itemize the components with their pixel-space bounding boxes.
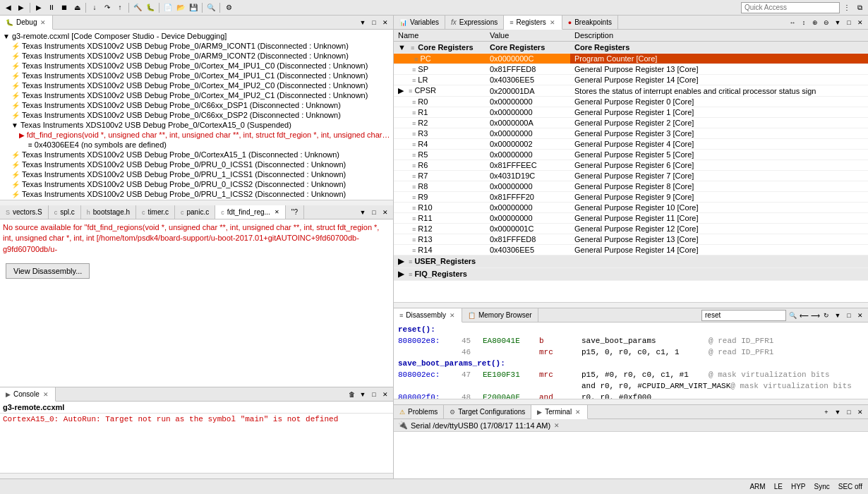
toolbar-stop-btn[interactable]: ⏹ bbox=[59, 1, 70, 14]
disasm-line-1[interactable]: 808002e8: 45 EA80041E b save_boot_params… bbox=[397, 335, 865, 347]
debug-item-root[interactable]: ▼ g3-remote.ccxml [Code Composer Studio … bbox=[0, 31, 393, 41]
debug-item-4[interactable]: ⚡ Texas Instruments XDS100v2 USB Debug P… bbox=[0, 71, 393, 80]
tab-registers[interactable]: ≡ Registers ✕ bbox=[504, 16, 562, 30]
debug-maximize-btn[interactable]: □ bbox=[369, 18, 379, 28]
debug-item-3[interactable]: ⚡ Texas Instruments XDS100v2 USB Debug P… bbox=[0, 61, 393, 71]
toolbar-back-btn[interactable]: ◀ bbox=[3, 1, 14, 14]
debug-item-cortex15-1[interactable]: ⚡ Texas Instruments XDS100v2 USB Debug P… bbox=[0, 150, 393, 159]
console-close-btn[interactable]: ✕ bbox=[380, 390, 390, 399]
reg-action-1[interactable]: ↔ bbox=[788, 18, 797, 28]
tab-spl-c[interactable]: c spl.c bbox=[49, 205, 81, 219]
reg-row-r12[interactable]: ≡ R12 0x0000001C General Purpose Registe… bbox=[394, 224, 868, 234]
terminal-tab-close[interactable]: ✕ bbox=[574, 409, 581, 416]
tab-debug[interactable]: 🐛 Debug ✕ bbox=[0, 16, 53, 30]
tab-bootstage-h[interactable]: h bootstage.h bbox=[81, 205, 136, 219]
disasm-nav-1[interactable]: ⟵ bbox=[799, 311, 809, 320]
view-disasm-button[interactable]: View Disassembly... bbox=[6, 263, 90, 279]
debug-item-7[interactable]: ⚡ Texas Instruments XDS100v2 USB Debug P… bbox=[0, 100, 393, 110]
disasm-refresh-btn[interactable]: ↻ bbox=[821, 311, 831, 320]
reg-row-r8[interactable]: ≡ R8 0x00000000 General Purpose Register… bbox=[394, 181, 868, 192]
toolbar-search-btn[interactable]: 🔍 bbox=[205, 1, 217, 14]
toolbar-disconnect-btn[interactable]: ⏏ bbox=[71, 1, 83, 14]
disasm-tab-close[interactable]: ✕ bbox=[449, 312, 456, 319]
debug-item-fdt[interactable]: ▶ fdt_find_regions(void *, unsigned char… bbox=[0, 130, 393, 140]
tab-breakpoints[interactable]: ● Breakpoints bbox=[562, 16, 618, 30]
toolbar-open-btn[interactable]: 📂 bbox=[175, 1, 186, 14]
reg-group-core-expand[interactable]: ▼ bbox=[398, 43, 406, 52]
reg-close-btn[interactable]: ✕ bbox=[855, 18, 865, 28]
disasm-scrollbar-h[interactable] bbox=[394, 399, 868, 404]
reg-row-cpsr[interactable]: ▶ ≡ CPSR 0x200001DA Stores the status of… bbox=[394, 85, 868, 97]
toolbar-step-in-btn[interactable]: ↓ bbox=[89, 1, 100, 14]
debug-item-5[interactable]: ⚡ Texas Instruments XDS100v2 USB Debug P… bbox=[0, 80, 393, 90]
reg-row-lr[interactable]: ≡ LR 0x40306EE5 General Purpose Register… bbox=[394, 75, 868, 85]
reg-maximize-btn[interactable]: □ bbox=[844, 18, 854, 28]
disasm-line-2[interactable]: 46 mrc p15, 0, r0, c0, c1, 1 @ read ID_P… bbox=[397, 347, 865, 358]
tab-console[interactable]: ▶ Console ✕ bbox=[0, 387, 56, 402]
reg-row-r1[interactable]: ≡ R1 0x00000000 General Purpose Register… bbox=[394, 107, 868, 118]
toolbar-new-btn[interactable]: 📄 bbox=[162, 1, 174, 14]
reg-row-r3[interactable]: ≡ R3 0x00000000 General Purpose Register… bbox=[394, 128, 868, 139]
debug-close-btn[interactable]: ✕ bbox=[380, 18, 390, 28]
reg-row-r5[interactable]: ≡ R5 0x00000000 General Purpose Register… bbox=[394, 150, 868, 160]
console-minimize-btn[interactable]: ▼ bbox=[358, 390, 368, 399]
reg-row-r9[interactable]: ≡ R9 0x81FFFF20 General Purpose Register… bbox=[394, 192, 868, 203]
debug-minimize-btn[interactable]: ▼ bbox=[358, 18, 368, 28]
debug-item-pru0-icss1[interactable]: ⚡ Texas Instruments XDS100v2 USB Debug P… bbox=[0, 159, 393, 169]
tab-variables[interactable]: 📊 Variables bbox=[394, 16, 445, 30]
toolbar-perspective-btn[interactable]: ⧉ bbox=[854, 1, 865, 14]
console-scrollbar-h[interactable] bbox=[0, 473, 393, 478]
debug-item-1[interactable]: ⚡ Texas Instruments XDS100v2 USB Debug P… bbox=[0, 41, 393, 51]
file-tab-minimize-btn[interactable]: ▼ bbox=[358, 207, 368, 217]
reg-row-pc[interactable]: ≡ PC 0x0000000C Program Counter [Core] bbox=[394, 54, 868, 64]
tab-target-configs[interactable]: ⚙ Target Configurations bbox=[444, 405, 531, 419]
debug-item-cortex15-group[interactable]: ▼ Texas Instruments XDS100v2 USB Debug P… bbox=[0, 120, 393, 130]
reg-group-user-expand[interactable]: ▶ bbox=[398, 257, 404, 265]
tab-timer-c[interactable]: c timer.c bbox=[136, 205, 175, 219]
tab-terminal[interactable]: ▶ Terminal ✕ bbox=[531, 405, 588, 419]
reg-row-r14[interactable]: ≡ R14 0x40306EE5 General Purpose Registe… bbox=[394, 245, 868, 255]
file-tab-close-btn[interactable]: ✕ bbox=[380, 207, 390, 217]
disasm-minimize-btn[interactable]: ▼ bbox=[833, 311, 843, 320]
toolbar-more-btn[interactable]: ⋮ bbox=[841, 1, 852, 14]
reg-row-r13[interactable]: ≡ R13 0x81FFFED8 General Purpose Registe… bbox=[394, 234, 868, 245]
disasm-line-3[interactable]: 808002ec: 47 EE100F31 mrc p15, #0, r0, c… bbox=[397, 369, 865, 380]
tab-disassembly[interactable]: ≡ Disassembly ✕ bbox=[394, 308, 462, 323]
tab-unknown[interactable]: "? bbox=[286, 205, 304, 219]
toolbar-save-btn[interactable]: 💾 bbox=[188, 1, 199, 14]
toolbar-settings-btn[interactable]: ⚙ bbox=[223, 1, 234, 14]
reg-row-r11[interactable]: ≡ R11 0x00000000 General Purpose Registe… bbox=[394, 213, 868, 224]
disasm-maximize-btn[interactable]: □ bbox=[844, 311, 854, 320]
toolbar-debug-btn[interactable]: 🐛 bbox=[145, 1, 156, 14]
registers-scrollbar-h[interactable] bbox=[394, 302, 868, 308]
toolbar-build-btn[interactable]: 🔨 bbox=[132, 1, 143, 14]
disasm-close-btn[interactable]: ✕ bbox=[855, 311, 865, 320]
toolbar-step-over-btn[interactable]: ↷ bbox=[102, 1, 113, 14]
disasm-search-btn[interactable]: 🔍 bbox=[788, 311, 797, 320]
reg-action-2[interactable]: ↕ bbox=[799, 18, 809, 28]
debug-item-2[interactable]: ⚡ Texas Instruments XDS100v2 USB Debug P… bbox=[0, 51, 393, 61]
disasm-search-input[interactable] bbox=[701, 310, 786, 321]
console-maximize-btn[interactable]: □ bbox=[369, 390, 379, 399]
reg-row-r4[interactable]: ≡ R4 0x00000002 General Purpose Register… bbox=[394, 139, 868, 150]
reg-row-r0[interactable]: ≡ R0 0x00000000 General Purpose Register… bbox=[394, 97, 868, 107]
reg-group-fiq[interactable]: ▶ ≡ FIQ_Registers bbox=[394, 268, 868, 281]
debug-item-8[interactable]: ⚡ Texas Instruments XDS100v2 USB Debug P… bbox=[0, 110, 393, 120]
reg-cpsr-expand[interactable]: ▶ bbox=[398, 86, 404, 95]
reg-row-r10[interactable]: ≡ R10 0x00000000 General Purpose Registe… bbox=[394, 203, 868, 213]
debug-scrollbar-h[interactable] bbox=[0, 200, 393, 205]
debug-item-pru1-icss1[interactable]: ⚡ Texas Instruments XDS100v2 USB Debug P… bbox=[0, 169, 393, 179]
reg-group-fiq-expand[interactable]: ▶ bbox=[398, 270, 404, 278]
reg-action-3[interactable]: ⊕ bbox=[810, 18, 820, 28]
tab-problems[interactable]: ⚠ Problems bbox=[394, 405, 444, 419]
reg-row-r2[interactable]: ≡ R2 0x0000000A General Purpose Register… bbox=[394, 118, 868, 128]
registers-tab-close[interactable]: ✕ bbox=[549, 19, 556, 26]
debug-item-pru0-icss2[interactable]: ⚡ Texas Instruments XDS100v2 USB Debug P… bbox=[0, 179, 393, 189]
file-tab-maximize-btn[interactable]: □ bbox=[369, 207, 379, 217]
tab-vectors-s[interactable]: S vectors.S bbox=[0, 205, 49, 219]
terminal-new-btn[interactable]: + bbox=[821, 407, 831, 417]
tab-panic-c[interactable]: c panic.c bbox=[175, 205, 215, 219]
terminal-maximize-btn[interactable]: □ bbox=[844, 407, 854, 417]
reg-row-r6[interactable]: ≡ R6 0x81FFFEEC General Purpose Register… bbox=[394, 160, 868, 171]
toolbar-run-btn[interactable]: ▶ bbox=[33, 1, 44, 14]
